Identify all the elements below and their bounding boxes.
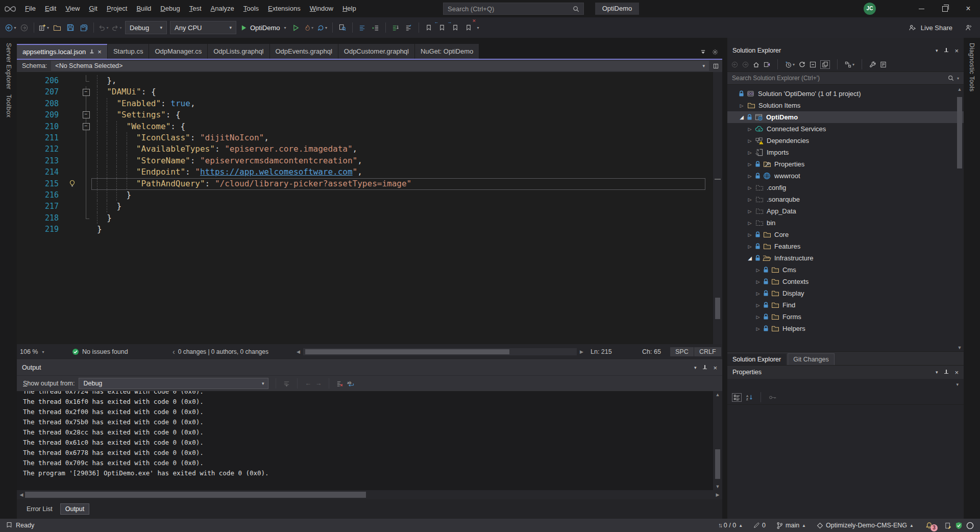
- menu-extensions[interactable]: Extensions: [263, 0, 305, 17]
- chevron-collapsed-icon[interactable]: ▷: [754, 326, 762, 331]
- configuration-dropdown[interactable]: Debug▾: [125, 21, 167, 34]
- scroll-up-arrow-icon[interactable]: ▲: [955, 87, 964, 92]
- start-debugging-button[interactable]: OptiDemo ▾: [238, 24, 289, 32]
- issues-indicator[interactable]: No issues found: [72, 344, 128, 359]
- close-icon[interactable]: ×: [954, 47, 959, 55]
- output-source-dropdown[interactable]: Debug ▾: [79, 378, 268, 389]
- menu-window[interactable]: Window: [305, 0, 338, 17]
- sync-with-active-document-icon[interactable]: ▾: [845, 61, 854, 68]
- pending-changes-filter-icon[interactable]: ▾: [785, 61, 795, 68]
- menu-test[interactable]: Test: [185, 0, 206, 17]
- branch-selector[interactable]: main ▲: [776, 522, 806, 529]
- key-icon[interactable]: [769, 395, 776, 400]
- categorized-view-icon[interactable]: [732, 393, 742, 402]
- right-panel-tab-git-changes[interactable]: Git Changes: [788, 353, 834, 365]
- editor-horizontal-scrollbar[interactable]: ◀ ▶: [297, 344, 583, 359]
- code-line-212[interactable]: 212"AvailableTypes": "episerver.core.ima…: [17, 143, 722, 155]
- document-tab-nuget-optidemo[interactable]: NuGet: OptiDemo: [415, 44, 479, 59]
- tree-item-wwwroot[interactable]: ▷wwwroot: [727, 170, 964, 182]
- chevron-collapsed-icon[interactable]: ▷: [746, 127, 754, 132]
- menu-debug[interactable]: Debug: [156, 0, 184, 17]
- chevron-collapsed-icon[interactable]: ▷: [754, 303, 762, 308]
- scroll-down-arrow-icon[interactable]: ▼: [955, 345, 964, 350]
- menu-help[interactable]: Help: [338, 0, 361, 17]
- menu-build[interactable]: Build: [132, 0, 156, 17]
- zoom-level-dropdown[interactable]: 106 % ▾: [20, 344, 44, 359]
- menu-git[interactable]: Git: [84, 0, 102, 17]
- menu-view[interactable]: View: [61, 0, 84, 17]
- tree-vertical-scrollbar[interactable]: ▲ ▼: [955, 87, 964, 350]
- scroll-left-arrow-icon[interactable]: ◀: [297, 349, 300, 354]
- indent-mode-indicator[interactable]: SPC: [670, 344, 694, 359]
- tree-item-connected-services[interactable]: ▷Connected Services: [727, 123, 964, 135]
- quick-search-input[interactable]: Search (Ctrl+Q): [443, 3, 584, 15]
- scrollbar-thumb[interactable]: [715, 449, 720, 479]
- tree-item-forms[interactable]: ▷Forms: [727, 311, 964, 323]
- previous-bookmark-button[interactable]: ←: [436, 20, 448, 35]
- tree-item-app-data[interactable]: ▷App_Data: [727, 205, 964, 217]
- feedback-flag-icon[interactable]: [6, 522, 12, 529]
- hot-reload-button[interactable]: ▾: [304, 20, 315, 35]
- code-line-213[interactable]: 213"StoreName": "episervercmsdamcontentc…: [17, 155, 722, 166]
- properties-object-dropdown[interactable]: ▾: [727, 379, 964, 390]
- menu-project[interactable]: Project: [102, 0, 132, 17]
- code-line-206[interactable]: 206},: [17, 75, 722, 86]
- scroll-right-arrow-icon[interactable]: ▶: [713, 492, 722, 497]
- feedback-person-icon[interactable]: [964, 25, 972, 31]
- menu-tools[interactable]: Tools: [239, 0, 263, 17]
- chevron-collapsed-icon[interactable]: ▷: [738, 103, 746, 108]
- fold-collapse-icon[interactable]: −: [83, 123, 90, 130]
- close-icon[interactable]: ×: [713, 364, 717, 372]
- scrollbar-thumb[interactable]: [957, 97, 962, 168]
- chevron-collapsed-icon[interactable]: ▷: [754, 315, 762, 320]
- chevron-down-icon[interactable]: ▾: [936, 370, 938, 375]
- chevron-collapsed-icon[interactable]: ▷: [746, 138, 754, 143]
- chevron-collapsed-icon[interactable]: ▷: [746, 185, 754, 190]
- panel-tab-error-list[interactable]: Error List: [22, 504, 57, 514]
- tree-item-core[interactable]: ▷Core: [727, 229, 964, 240]
- tree-item-dependencies[interactable]: ▷Dependencies: [727, 135, 964, 147]
- code-line-215[interactable]: 215"PathAndQuery": "/cloud/library-picke…: [17, 178, 722, 189]
- menu-edit[interactable]: Edit: [40, 0, 61, 17]
- redo-button[interactable]: ▾: [111, 20, 122, 35]
- feedback-circle-icon[interactable]: [966, 522, 974, 529]
- chevron-collapsed-icon[interactable]: ▷: [746, 232, 754, 237]
- forward-icon[interactable]: [742, 61, 749, 68]
- restart-application-button[interactable]: ▾: [317, 20, 328, 35]
- alphabetical-sort-icon[interactable]: AZ: [746, 394, 753, 401]
- save-button[interactable]: [65, 20, 76, 35]
- chevron-collapsed-icon[interactable]: ▷: [746, 221, 754, 226]
- tree-item-properties[interactable]: ▷Properties: [727, 158, 964, 170]
- chevron-down-icon[interactable]: ▾: [957, 76, 959, 81]
- tree-item-cms[interactable]: ▷Cms: [727, 264, 964, 276]
- scrollbar-thumb[interactable]: [715, 298, 720, 319]
- switch-views-icon[interactable]: [764, 61, 770, 68]
- chevron-down-icon[interactable]: ▾: [694, 365, 697, 370]
- code-line-218[interactable]: 218}: [17, 212, 722, 224]
- preview-selected-items-icon[interactable]: [820, 60, 830, 69]
- find-in-files-button[interactable]: [337, 20, 348, 35]
- wrench-icon[interactable]: [869, 61, 876, 68]
- code-line-209[interactable]: 209−"Settings": {: [17, 109, 722, 120]
- tree-item-solution-optidemo-1-of-1-project[interactable]: Solution 'OptiDemo' (1 of 1 project): [727, 88, 964, 100]
- next-message-icon[interactable]: →: [315, 380, 322, 387]
- refresh-icon[interactable]: [799, 61, 805, 68]
- side-tab-diagnostic-tools[interactable]: Diagnostic Tools: [968, 43, 975, 92]
- chevron-collapsed-icon[interactable]: ▷: [754, 268, 762, 273]
- solution-explorer-search-input[interactable]: Search Solution Explorer (Ctrl+') ▾: [727, 71, 964, 85]
- code-line-207[interactable]: 207−"DAMUi": {: [17, 86, 722, 98]
- tree-item-display[interactable]: ▷Display: [727, 287, 964, 299]
- undo-button[interactable]: ▾: [98, 20, 109, 35]
- tree-item-bin[interactable]: ▷bin: [727, 217, 964, 229]
- show-whitespace-button[interactable]: [357, 20, 368, 35]
- search-icon[interactable]: [948, 75, 954, 81]
- chevron-collapsed-icon[interactable]: ▷: [746, 150, 754, 155]
- chevron-collapsed-icon[interactable]: ▷: [746, 209, 754, 214]
- tree-item-solution-items[interactable]: ▷Solution Items: [727, 100, 964, 111]
- output-log[interactable]: The thread 0x7724 has exited with code 0…: [17, 391, 722, 490]
- tree-item-contexts[interactable]: ▷Contexts: [727, 276, 964, 287]
- user-avatar[interactable]: JC: [864, 3, 876, 15]
- open-folder-button[interactable]: [52, 20, 63, 35]
- document-tab-odpcustomer-graphql[interactable]: OdpCustomer.graphql: [338, 44, 414, 59]
- code-line-214[interactable]: 214"Endpoint": "https://app.welcomesoftw…: [17, 166, 722, 178]
